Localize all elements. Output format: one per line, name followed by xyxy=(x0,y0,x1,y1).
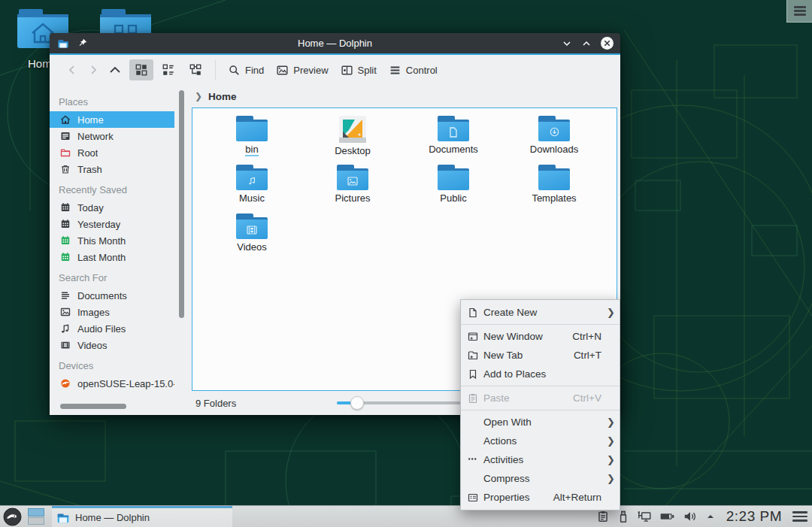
sidebar-item-today[interactable]: Today xyxy=(50,199,174,216)
close-button[interactable] xyxy=(600,36,614,50)
preview-icon xyxy=(276,64,289,77)
folder-icon xyxy=(236,165,268,190)
folder-item-bin[interactable]: bin xyxy=(201,113,302,162)
volume-icon[interactable] xyxy=(683,510,698,523)
root-folder-icon xyxy=(59,147,71,159)
preview-button[interactable]: Preview xyxy=(276,64,328,77)
download-emblem-icon xyxy=(550,127,559,137)
folder-icon xyxy=(56,511,70,525)
activities-icon xyxy=(467,454,479,466)
sidebar-item-videos[interactable]: Videos xyxy=(50,337,174,353)
folder-item-public[interactable]: Public xyxy=(403,162,504,210)
split-button[interactable]: Split xyxy=(341,64,377,77)
forward-icon[interactable] xyxy=(86,62,101,77)
image-icon xyxy=(59,306,71,318)
control-label: Control xyxy=(406,65,438,76)
back-icon[interactable] xyxy=(65,62,80,77)
folder-icon xyxy=(438,165,469,190)
places-panel: Places Home Network xyxy=(50,85,188,415)
sidebar-item-last-month[interactable]: Last Month xyxy=(50,249,174,265)
menu-item-properties[interactable]: Properties Alt+Return xyxy=(461,488,620,507)
details-view-button[interactable] xyxy=(156,59,180,80)
image-emblem-icon xyxy=(347,177,358,186)
sidebar-item-opensuse-device[interactable]: openSUSE-Leap-15.0-D xyxy=(50,375,174,392)
icons-view-button[interactable] xyxy=(129,59,153,80)
menu-item-open-with[interactable]: Open With ❯ xyxy=(461,413,620,432)
sidebar-vertical-scrollbar[interactable] xyxy=(179,90,184,318)
chevron-up-icon[interactable] xyxy=(705,511,716,522)
sidebar-item-images[interactable]: Images xyxy=(50,304,174,320)
home-icon xyxy=(59,114,71,126)
folder-icon xyxy=(438,116,469,141)
folder-item-documents[interactable]: Documents xyxy=(403,113,504,162)
titlebar[interactable]: Home — Dolphin xyxy=(50,33,620,53)
menu-item-create-new[interactable]: Create New ❯ xyxy=(461,303,620,322)
menu-item-new-tab[interactable]: New Tab Ctrl+T xyxy=(461,346,620,365)
sidebar-item-home[interactable]: Home xyxy=(50,111,174,128)
find-label: Find xyxy=(245,65,264,76)
opensuse-logo[interactable] xyxy=(3,507,22,526)
folder-item-videos[interactable]: Videos xyxy=(201,210,302,259)
clipboard-icon[interactable] xyxy=(596,510,610,523)
network-tray-icon[interactable] xyxy=(637,510,652,523)
zoom-slider-handle[interactable] xyxy=(350,396,364,410)
maximize-button[interactable] xyxy=(580,38,592,50)
menu-item-actions[interactable]: Actions ❯ xyxy=(461,432,620,450)
sidebar-item-trash[interactable]: Trash xyxy=(50,161,174,177)
clipboard-icon xyxy=(467,392,479,404)
desktop-folder-icon xyxy=(339,116,366,143)
section-header-devices: Devices xyxy=(50,353,188,375)
menu-separator xyxy=(461,324,620,325)
breadcrumb[interactable]: ❯ Home xyxy=(188,85,620,108)
panel-hamburger-icon[interactable] xyxy=(792,509,807,524)
up-icon[interactable] xyxy=(107,62,123,77)
pager-desktop-2[interactable] xyxy=(28,517,44,525)
virtual-desktop-pager[interactable] xyxy=(28,508,44,525)
folder-item-music[interactable]: Music xyxy=(201,162,302,210)
menu-item-add-to-places[interactable]: Add to Places xyxy=(461,365,620,383)
folder-item-pictures[interactable]: Pictures xyxy=(302,162,403,210)
pager-desktop-1[interactable] xyxy=(28,508,44,516)
toolbar-separator xyxy=(215,60,216,80)
menu-item-new-window[interactable]: New Window Ctrl+N xyxy=(461,327,620,346)
submenu-arrow-icon: ❯ xyxy=(604,307,615,318)
folder-icon xyxy=(538,165,570,190)
sidebar-item-yesterday[interactable]: Yesterday xyxy=(50,216,174,232)
folder-icon xyxy=(538,116,570,141)
breadcrumb-home[interactable]: Home xyxy=(208,91,237,102)
menu-item-activities[interactable]: Activities ❯ xyxy=(461,450,620,469)
section-header-places: Places xyxy=(50,89,188,111)
sidebar-item-audio-files[interactable]: Audio Files xyxy=(50,320,174,337)
tree-view-icon xyxy=(189,63,202,77)
chevron-right-icon[interactable]: ❯ xyxy=(195,91,202,101)
context-menu: Create New ❯ New Window Ctrl+N New Tab C… xyxy=(460,299,620,510)
sidebar-item-network[interactable]: Network xyxy=(50,128,174,144)
folder-item-desktop[interactable]: Desktop xyxy=(302,113,403,162)
pin-icon[interactable] xyxy=(77,38,88,49)
taskbar-task-dolphin[interactable]: Home — Dolphin xyxy=(52,506,232,527)
find-button[interactable]: Find xyxy=(228,64,264,77)
clock[interactable]: 2:23 PM xyxy=(723,508,785,525)
usb-icon[interactable] xyxy=(617,510,629,523)
battery-icon[interactable] xyxy=(659,510,675,523)
icons-view-icon xyxy=(135,63,148,77)
sidebar-item-root[interactable]: Root xyxy=(50,144,174,161)
minimize-button[interactable] xyxy=(561,38,573,50)
sidebar-item-this-month[interactable]: This Month xyxy=(50,232,174,249)
new-document-icon xyxy=(467,307,479,319)
film-icon xyxy=(59,339,71,351)
folder-item-downloads[interactable]: Downloads xyxy=(504,113,604,162)
calendar-icon xyxy=(59,201,71,214)
menu-item-compress[interactable]: Compress ❯ xyxy=(461,469,620,488)
folder-item-templates[interactable]: Templates xyxy=(504,162,604,210)
taskbar: Home — Dolphin 2:23 PM xyxy=(0,505,812,527)
sidebar-horizontal-scrollbar[interactable] xyxy=(60,404,126,409)
task-label: Home — Dolphin xyxy=(75,512,150,523)
desktop-toolbox[interactable] xyxy=(786,0,812,23)
folder-count: 9 Folders xyxy=(195,398,236,409)
new-tab-icon xyxy=(467,350,479,362)
control-button[interactable]: Control xyxy=(389,64,438,77)
tree-view-button[interactable] xyxy=(183,59,208,80)
sidebar-item-documents[interactable]: Documents xyxy=(50,287,174,304)
new-window-icon xyxy=(467,331,479,343)
